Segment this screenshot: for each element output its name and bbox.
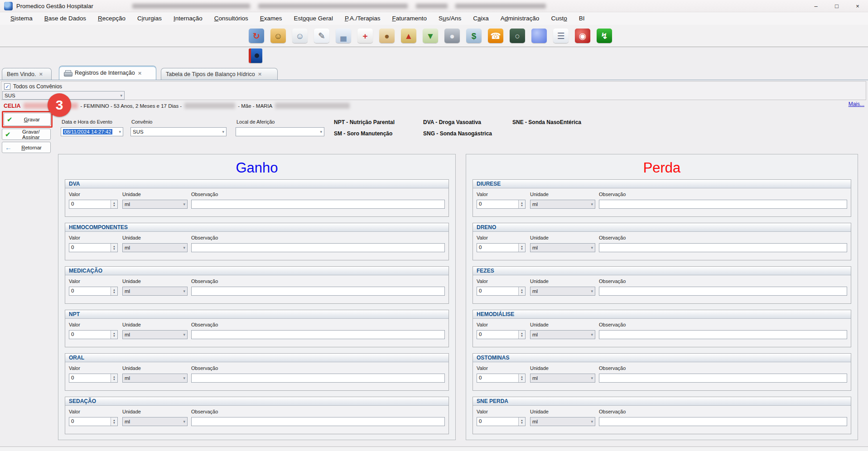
menu-item-caixa[interactable]: Caixa (467, 12, 495, 25)
menu-item-bi[interactable]: BI (573, 12, 591, 25)
report-icon[interactable]: ☰ (553, 29, 569, 43)
spinner-buttons[interactable]: ▲▼ (111, 200, 117, 208)
patients-folder-icon[interactable]: ☺ (270, 29, 286, 43)
maximize-button[interactable]: □ (826, 0, 847, 12)
valor-input[interactable]: 0 ▲▼ (69, 417, 118, 426)
todos-convenios-checkbox[interactable]: ✓ (4, 83, 10, 90)
retornar-button[interactable]: ← Retornar (2, 142, 51, 153)
tab-tabela-balanco-hidrico[interactable]: Tabela de Tipos de Balanço Hídrico × (161, 68, 278, 80)
spinner-buttons[interactable]: ▲▼ (518, 244, 525, 252)
unidade-select[interactable]: ml ▾ (530, 417, 595, 426)
mais-link[interactable]: Mais... (849, 101, 864, 107)
spinner-buttons[interactable]: ▲▼ (518, 287, 525, 295)
finance-chart-icon[interactable]: $ (466, 29, 482, 43)
spinner-buttons[interactable]: ▲▼ (518, 331, 525, 339)
valor-input[interactable]: 0 ▲▼ (69, 374, 118, 383)
menu-item-p-a-terapias[interactable]: P.A./Terapias (339, 12, 386, 25)
unidade-select[interactable]: ml ▾ (122, 243, 188, 252)
observacao-input[interactable] (191, 287, 445, 296)
tab-registros-internacao[interactable]: Registros de Internação × (59, 66, 156, 80)
menu-item-faturamento[interactable]: Faturamento (386, 12, 433, 25)
menu-item-estoque-geral[interactable]: Estoque Geral (288, 12, 339, 25)
tab-bem-vindo[interactable]: Bem Vindo. × (2, 68, 52, 80)
menu-item-consult-rios[interactable]: Consultórios (208, 12, 254, 25)
gravar-assinar-button[interactable]: ✔ Gravar/ Assinar (2, 129, 51, 140)
menu-item-interna-o[interactable]: Internação (168, 12, 208, 25)
medical-record-icon[interactable]: ✎ (314, 29, 329, 43)
expense-down-icon[interactable]: ▼ (423, 29, 438, 43)
spinner-buttons[interactable]: ▲▼ (111, 374, 117, 382)
power-icon[interactable]: ◉ (575, 29, 590, 43)
observacao-input[interactable] (599, 374, 847, 383)
tab-close-icon[interactable]: × (39, 71, 43, 77)
unidade-select[interactable]: ml ▾ (122, 287, 188, 296)
convenio-select[interactable]: SUS ▾ (130, 127, 227, 136)
menu-item-custo[interactable]: Custo (545, 12, 573, 25)
observacao-input[interactable] (599, 243, 847, 252)
unidade-select[interactable]: ml ▾ (530, 330, 595, 339)
observacao-input[interactable] (191, 243, 445, 252)
hospital-bed-icon[interactable]: ▄ (336, 29, 351, 43)
valor-input[interactable]: 0 ▲▼ (69, 200, 118, 209)
observacao-input[interactable] (599, 330, 847, 339)
unidade-select[interactable]: ml ▾ (122, 330, 188, 339)
spinner-buttons[interactable]: ▲▼ (111, 417, 117, 426)
observacao-input[interactable] (191, 200, 445, 209)
pharmacy-icon[interactable]: ● (379, 29, 395, 43)
menu-item-cirurgias[interactable]: Cirurgias (131, 12, 168, 25)
valor-input[interactable]: 0 ▲▼ (477, 200, 526, 209)
menu-item-recep-o[interactable]: Recepção (92, 12, 131, 25)
unidade-select[interactable]: ml ▾ (530, 287, 595, 296)
valor-input[interactable]: 0 ▲▼ (477, 287, 526, 296)
unidade-select[interactable]: ml ▾ (530, 200, 595, 209)
patient-sync-icon[interactable]: ↻ (249, 29, 264, 43)
doctor-icon[interactable]: ☺ (292, 29, 308, 43)
chat-icon[interactable] (531, 29, 547, 43)
menu-item-sus-ans[interactable]: Sus/Ans (433, 12, 467, 25)
minimize-button[interactable]: – (805, 0, 826, 12)
menu-item-exames[interactable]: Exames (254, 12, 288, 25)
valor-input[interactable]: 0 ▲▼ (69, 287, 118, 296)
health-monitor-icon[interactable]: ↯ (597, 29, 612, 43)
observacao-label: Observação (599, 365, 626, 371)
tab-close-icon[interactable]: × (258, 71, 262, 77)
spinner-buttons[interactable]: ▲▼ (518, 374, 525, 382)
phone-book-icon[interactable]: ☎ (488, 29, 503, 43)
unidade-select[interactable]: ml ▾ (122, 200, 188, 209)
revenue-up-icon[interactable]: ▲ (401, 29, 416, 43)
observacao-input[interactable] (191, 330, 445, 339)
manual-cd-icon[interactable]: ○ (510, 29, 525, 43)
valor-label: Valor (69, 235, 80, 240)
schedule-book-icon[interactable] (249, 48, 262, 63)
valor-label: Valor (477, 192, 488, 197)
tab-close-icon[interactable]: × (138, 70, 142, 77)
valor-input[interactable]: 0 ▲▼ (477, 417, 526, 426)
observacao-input[interactable] (599, 417, 847, 426)
observacao-input[interactable] (599, 287, 847, 296)
valor-input[interactable]: 0 ▲▼ (69, 330, 118, 339)
spinner-buttons[interactable]: ▲▼ (518, 417, 525, 426)
observacao-input[interactable] (599, 200, 847, 209)
unidade-select[interactable]: ml ▾ (122, 417, 188, 426)
observacao-input[interactable] (191, 417, 445, 426)
close-button[interactable]: × (847, 0, 868, 12)
unidade-select[interactable]: ml ▾ (530, 243, 595, 252)
spinner-buttons[interactable]: ▲▼ (111, 244, 117, 252)
valor-input[interactable]: 0 ▲▼ (69, 243, 118, 252)
unidade-select[interactable]: ml ▾ (122, 374, 188, 383)
spinner-buttons[interactable]: ▲▼ (518, 200, 525, 208)
valor-input[interactable]: 0 ▲▼ (477, 330, 526, 339)
valor-input[interactable]: 0 ▲▼ (477, 243, 526, 252)
ambulance-icon[interactable]: + (357, 29, 373, 43)
valor-input[interactable]: 0 ▲▼ (477, 374, 526, 383)
spinner-buttons[interactable]: ▲▼ (111, 287, 117, 295)
menu-item-base-de-dados[interactable]: Base de Dados (39, 12, 92, 25)
unidade-select[interactable]: ml ▾ (530, 374, 595, 383)
menu-item-administra-o[interactable]: Administração (495, 12, 545, 25)
data-hora-select[interactable]: 08/11/2024 14:27:42 ▾ (61, 127, 123, 136)
local-afericao-select[interactable]: ▾ (236, 127, 324, 136)
spinner-buttons[interactable]: ▲▼ (111, 331, 117, 339)
safe-icon[interactable]: ● (444, 29, 460, 43)
observacao-input[interactable] (191, 374, 445, 383)
menu-item-sistema[interactable]: Sistema (5, 12, 39, 25)
